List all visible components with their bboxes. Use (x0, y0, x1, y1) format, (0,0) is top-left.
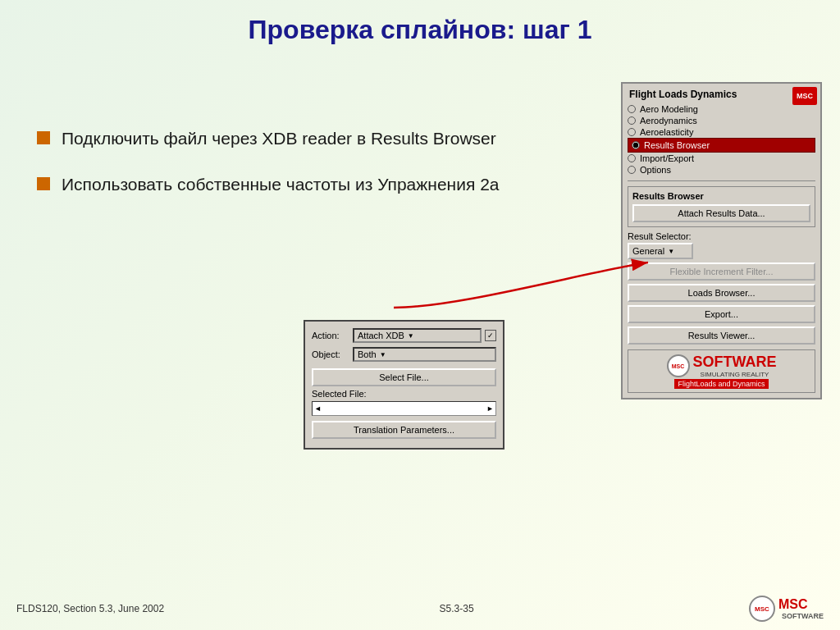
bullet-item-2: Использовать собственные частоты из Упра… (37, 173, 513, 196)
xdb-action-row: Action: Attach XDB ▼ ✓ (312, 328, 496, 343)
msc-logo-sub: SIMULATING REALITY (693, 371, 777, 378)
radio-circle-options (628, 166, 636, 174)
radio-label-aeroelast: Aeroelasticity (640, 127, 693, 137)
panel-divider (628, 180, 815, 181)
scroll-left-icon[interactable]: ◄ (314, 404, 322, 413)
footer-logo: MSC MSC SOFTWARE (749, 596, 824, 622)
select-file-button[interactable]: Select File... (312, 368, 496, 386)
xdb-action-label: Action: (312, 331, 353, 340)
bullet-text-1: Подключить файл через XDB reader в Resul… (62, 127, 496, 150)
xdb-object-value: Both (358, 349, 377, 359)
right-panel: Flight Loads Dynamics MSC Aero Modeling … (621, 82, 822, 399)
result-selector-dropdown[interactable]: General ▼ (628, 243, 693, 259)
footer: FLDS120, Section 5.3, June 2002 S5.3-35 … (0, 596, 840, 622)
radio-circle-import (628, 154, 636, 162)
radio-circle-aerodyn (628, 116, 636, 125)
radio-circle-aeroelast (628, 128, 636, 136)
footer-left: FLDS120, Section 5.3, June 2002 (16, 603, 164, 614)
radio-label-import: Import/Export (640, 153, 694, 163)
export-button[interactable]: Export... (628, 305, 815, 323)
radio-label-aero: Aero Modeling (640, 104, 698, 114)
translation-params-button[interactable]: Translation Parameters... (312, 421, 496, 439)
page-title: Проверка сплайнов: шаг 1 (0, 15, 840, 45)
radio-import-export[interactable]: Import/Export (628, 153, 815, 164)
result-selector-label: Result Selector: (628, 231, 815, 241)
xdb-object-row: Object: Both ▼ (312, 347, 496, 362)
attach-results-button[interactable]: Attach Results Data... (632, 204, 810, 222)
bullet-list: Подключить файл через XDB reader в Resul… (37, 127, 513, 220)
radio-label-results: Results Browser (644, 140, 710, 150)
flexible-increment-button[interactable]: Flexible Increment Filter... (628, 262, 815, 281)
radio-label-aerodyn: Aerodynamics (640, 116, 697, 126)
xdb-action-checkbox[interactable]: ✓ (485, 330, 496, 341)
xdb-action-value: Attach XDB (358, 331, 404, 340)
footer-center: S5.3-35 (440, 603, 474, 614)
xdb-action-dropdown[interactable]: Attach XDB ▼ (353, 328, 482, 343)
radio-options[interactable]: Options (628, 164, 815, 176)
xdb-object-label: Object: (312, 349, 353, 359)
radio-aeroelasticity[interactable]: Aeroelasticity (628, 126, 815, 138)
radio-aero-modeling[interactable]: Aero Modeling (628, 103, 815, 115)
results-viewer-button[interactable]: Results Viewer... (628, 326, 815, 345)
results-browser-subpanel: Results Browser Attach Results Data... (628, 186, 815, 227)
bullet-item-1: Подключить файл через XDB reader в Resul… (37, 127, 513, 150)
selected-file-input[interactable]: ◄ ► (312, 401, 496, 416)
msc-logo-tagline: FlightLoads and Dynamics (674, 379, 768, 389)
dropdown-arrow-icon: ▼ (668, 248, 674, 255)
footer-msc-circle: MSC (749, 596, 775, 622)
msc-logo-icon: MSC (792, 87, 817, 105)
radio-circle-aero (628, 105, 636, 113)
radio-circle-results (632, 141, 640, 149)
msc-circle-logo: MSC (667, 354, 690, 377)
msc-logo-text: SOFTWARE (693, 354, 777, 371)
footer-software-text: SOFTWARE (782, 612, 824, 621)
footer-logo-text: MSC SOFTWARE (778, 597, 824, 621)
radio-label-options: Options (640, 165, 671, 175)
selected-file-label: Selected File: (312, 389, 496, 399)
bullet-icon-2 (37, 177, 50, 190)
bullet-text-2: Использовать собственные частоты из Упра… (62, 173, 500, 196)
bullet-icon-1 (37, 131, 50, 144)
panel-title: Flight Loads Dynamics (628, 89, 815, 100)
xdb-object-dropdown[interactable]: Both ▼ (353, 347, 496, 362)
radio-results-browser[interactable]: Results Browser (628, 138, 815, 153)
result-selector-value: General (632, 246, 664, 256)
subpanel-title: Results Browser (632, 191, 810, 201)
loads-browser-button[interactable]: Loads Browser... (628, 284, 815, 302)
xdb-dialog: Action: Attach XDB ▼ ✓ Object: Both ▼ Se… (304, 320, 504, 450)
footer-msc-text: MSC (778, 597, 824, 612)
msc-software-logo: MSC SOFTWARE SIMULATING REALITY FlightLo… (628, 349, 815, 393)
radio-aerodynamics[interactable]: Aerodynamics (628, 115, 815, 126)
xdb-object-arrow: ▼ (380, 351, 386, 358)
xdb-action-arrow: ▼ (408, 332, 414, 340)
scroll-right-icon[interactable]: ► (486, 404, 494, 413)
